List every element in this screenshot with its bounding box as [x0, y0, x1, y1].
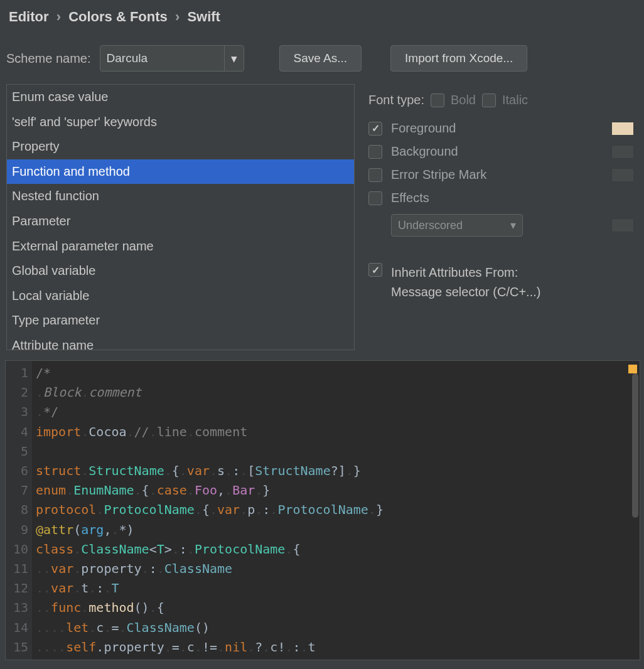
stripe-marker-icon[interactable]	[628, 365, 637, 373]
save-as-button[interactable]: Save As...	[279, 45, 362, 72]
list-item[interactable]: Function and method	[7, 159, 354, 185]
italic-checkbox[interactable]	[482, 94, 496, 107]
code-area[interactable]: /*.Block.comment.*/import.Cocoa.//.line.…	[32, 361, 640, 660]
stripe-checkbox[interactable]	[368, 168, 382, 182]
list-item[interactable]: Nested function	[7, 184, 354, 209]
list-item[interactable]: 'self' and 'super' keywords	[7, 110, 354, 135]
list-item[interactable]: External parameter name	[7, 234, 354, 259]
list-item[interactable]: Enum case value	[7, 85, 354, 110]
list-item[interactable]: Property	[7, 134, 354, 159]
breadcrumb: Editor › Colors & Fonts › Swift	[0, 0, 644, 40]
effects-combo[interactable]: Underscored ▾	[391, 214, 523, 237]
list-item[interactable]: Local variable	[7, 284, 354, 309]
foreground-label: Foreground	[391, 121, 523, 136]
foreground-swatch[interactable]	[611, 122, 634, 136]
italic-label: Italic	[502, 93, 528, 107]
list-item[interactable]: Global variable	[7, 259, 354, 284]
list-item[interactable]: Attribute name	[7, 333, 354, 350]
crumb-editor[interactable]: Editor	[9, 9, 49, 24]
chevron-down-icon: ▾	[510, 218, 516, 232]
effects-checkbox[interactable]	[368, 191, 382, 205]
background-label: Background	[391, 144, 523, 159]
effects-swatch[interactable]	[611, 218, 634, 232]
scheme-combo[interactable]: Darcula ▾	[100, 45, 244, 72]
scheme-label: Scheme name:	[6, 51, 91, 66]
inherit-value: Message selector (C/C+...)	[391, 282, 540, 302]
list-item[interactable]: Parameter	[7, 209, 354, 234]
inherit-checkbox[interactable]	[368, 263, 382, 277]
chevron-right-icon: ›	[56, 9, 61, 24]
font-type-label: Font type:	[368, 93, 424, 107]
bold-checkbox[interactable]	[431, 94, 444, 107]
list-item[interactable]: Type parameter	[7, 308, 354, 333]
inherit-label: Inherit Attributes From:	[391, 263, 540, 282]
import-from-xcode-button[interactable]: Import from Xcode...	[390, 45, 527, 72]
foreground-checkbox[interactable]	[368, 122, 382, 136]
scheme-value: Darcula	[107, 51, 148, 65]
attribute-list[interactable]: Enum case value'self' and 'super' keywor…	[6, 84, 355, 350]
crumb-colors-fonts[interactable]: Colors & Fonts	[68, 9, 168, 24]
scrollbar[interactable]	[632, 373, 638, 518]
background-checkbox[interactable]	[368, 145, 382, 159]
gutter: 123456789101112131415	[6, 361, 32, 660]
crumb-swift[interactable]: Swift	[187, 9, 220, 24]
background-swatch[interactable]	[611, 145, 634, 159]
effects-value: Underscored	[398, 219, 463, 232]
font-type-row: Font type: Bold Italic	[368, 93, 636, 107]
chevron-down-icon: ▾	[224, 46, 237, 71]
stripe-label: Error Stripe Mark	[391, 168, 523, 182]
bold-label: Bold	[451, 93, 476, 107]
chevron-right-icon: ›	[175, 9, 180, 24]
effects-label: Effects	[391, 191, 523, 205]
scheme-row: Scheme name: Darcula ▾ Save As... Import…	[0, 40, 644, 84]
code-preview[interactable]: 123456789101112131415 /*.Block.comment.*…	[5, 360, 640, 660]
stripe-swatch[interactable]	[611, 168, 634, 182]
